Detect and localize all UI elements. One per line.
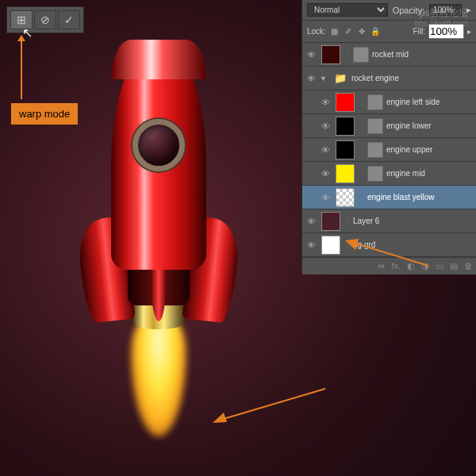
layer-row[interactable]: 👁⋮engine mid: [302, 162, 476, 186]
layer-name[interactable]: rocket mid: [372, 50, 409, 59]
visibility-icon[interactable]: 👁: [317, 98, 334, 107]
delete-layer-icon[interactable]: 🗑: [464, 261, 473, 271]
link-column: ⋮: [356, 122, 367, 130]
lock-position-icon[interactable]: ✥: [356, 26, 367, 37]
layer-mask-thumbnail[interactable]: [367, 118, 383, 134]
group-icon[interactable]: ▭: [436, 261, 443, 271]
link-column: ⋮: [342, 217, 353, 225]
lock-transparency-icon[interactable]: ▦: [329, 26, 340, 37]
layer-row[interactable]: 👁⋮engine upper: [302, 138, 476, 162]
fill-label: Fill:: [413, 27, 425, 36]
watermark-text: ps教程论坛: [420, 6, 468, 20]
layer-thumbnail[interactable]: [336, 188, 355, 207]
layer-row[interactable]: 👁⋮engine left side: [302, 90, 476, 114]
transform-toolbar: ⊞ ⊘ ✓: [6, 6, 84, 33]
mask-icon[interactable]: ◐: [407, 261, 415, 271]
lock-pixels-icon[interactable]: ✐: [343, 26, 354, 37]
visibility-icon[interactable]: 👁: [317, 145, 334, 155]
layer-thumbnail[interactable]: [321, 212, 340, 231]
layers-panel-footer: ⇔ fx. ◐ ◑ ▭ ▤ 🗑: [302, 257, 476, 274]
fill-dropdown-icon[interactable]: ▸: [467, 27, 471, 36]
layer-name[interactable]: engine mid: [386, 169, 425, 178]
lock-all-icon[interactable]: 🔒: [370, 26, 381, 37]
visibility-icon[interactable]: 👁: [302, 74, 320, 83]
visibility-icon[interactable]: 👁: [317, 193, 334, 202]
layer-thumbnail[interactable]: [336, 93, 355, 112]
fx-icon[interactable]: fx.: [391, 261, 401, 271]
link-column: ⋮: [356, 98, 367, 106]
layer-name[interactable]: Layer 6: [353, 217, 379, 225]
link-column: ⋮: [356, 194, 367, 202]
blend-mode-select[interactable]: Normal: [307, 3, 388, 17]
layer-thumbnail[interactable]: [321, 45, 340, 64]
lock-icons: ▦ ✐ ✥ 🔒: [329, 26, 381, 37]
visibility-icon[interactable]: 👁: [302, 217, 320, 226]
annotation-arrow-up: [21, 36, 22, 99]
layer-row[interactable]: 👁▼📁rocket engine: [302, 67, 476, 90]
link-column: ⋮: [342, 51, 353, 59]
rocket-body-upper: [111, 40, 206, 270]
layer-name[interactable]: engine upper: [386, 145, 432, 154]
link-column: ⋮: [356, 170, 367, 178]
warp-mode-label: warp mode: [11, 103, 78, 125]
adjustment-icon[interactable]: ◑: [421, 261, 429, 271]
visibility-icon[interactable]: 👁: [302, 240, 320, 250]
layer-thumbnail[interactable]: [336, 140, 355, 159]
watermark-url: bbs.16xx8.com: [415, 19, 468, 28]
layer-name[interactable]: engine blast yellow: [367, 193, 435, 202]
layer-name[interactable]: engine lower: [386, 121, 432, 130]
layers-panel: Normal Opacity: ▸ Lock: ▦ ✐ ✥ 🔒 Fill: ▸ …: [301, 0, 476, 274]
layer-name[interactable]: bg grd: [353, 240, 375, 249]
layer-row[interactable]: 👁⋮rocket mid: [302, 43, 476, 67]
layer-mask-thumbnail[interactable]: [367, 166, 383, 182]
layer-row[interactable]: 👁⋮engine blast yellow: [302, 186, 476, 209]
rocket-porthole: [132, 119, 185, 171]
cursor-icon: ↖: [22, 25, 33, 40]
layer-thumbnail[interactable]: [336, 117, 355, 136]
link-column: ⋮: [342, 241, 353, 249]
layer-row[interactable]: 👁⋮engine lower: [302, 114, 476, 138]
layer-thumbnail[interactable]: [321, 236, 340, 255]
layer-name[interactable]: rocket engine: [351, 74, 399, 83]
layer-mask-thumbnail[interactable]: [353, 47, 369, 63]
cancel-transform-button[interactable]: ⊘: [34, 10, 56, 29]
link-column: ⋮: [356, 146, 367, 154]
layer-mask-thumbnail[interactable]: [367, 94, 383, 110]
folder-toggle-icon[interactable]: ▼: [320, 75, 327, 83]
layer-thumbnail[interactable]: [336, 164, 355, 183]
commit-transform-button[interactable]: ✓: [58, 10, 80, 29]
layer-name[interactable]: engine left side: [386, 98, 440, 106]
layer-list: 👁⋮rocket mid👁▼📁rocket engine👁⋮engine lef…: [302, 43, 476, 257]
rocket-artwork: PSD: [87, 24, 230, 460]
folder-icon: 📁: [331, 69, 350, 88]
layer-row[interactable]: 👁⋮bg grd: [302, 233, 476, 257]
visibility-icon[interactable]: 👁: [302, 50, 320, 60]
visibility-icon[interactable]: 👁: [317, 169, 334, 178]
new-layer-icon[interactable]: ▤: [450, 261, 458, 271]
layer-mask-thumbnail[interactable]: [367, 142, 383, 158]
layer-row[interactable]: 👁⋮Layer 6: [302, 209, 476, 233]
visibility-icon[interactable]: 👁: [317, 121, 334, 131]
lock-label: Lock:: [307, 27, 326, 36]
svg-line-0: [218, 389, 325, 420]
link-layers-icon[interactable]: ⇔: [378, 261, 385, 271]
